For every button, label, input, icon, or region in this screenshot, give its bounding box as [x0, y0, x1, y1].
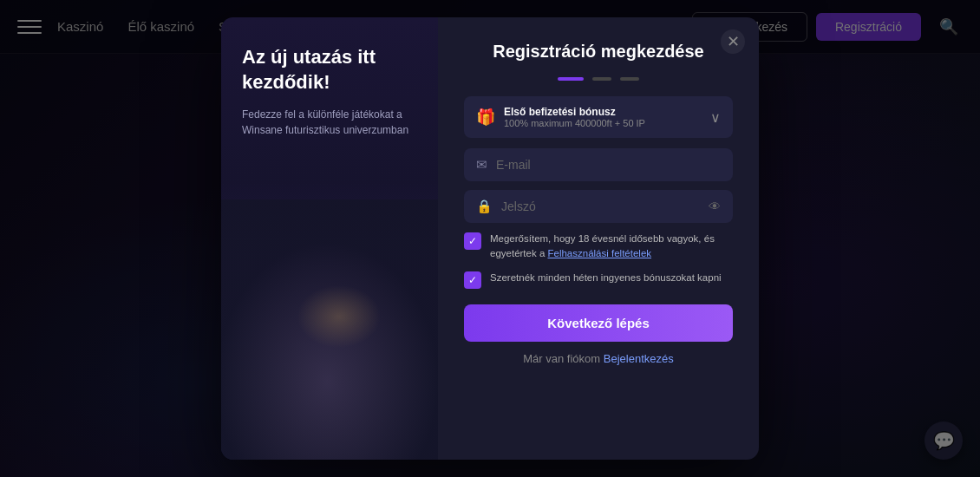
modal-left-panel: Az új utazás itt kezdődik! Fedezze fel a… [221, 17, 438, 460]
checkbox-age-text: Megerősítem, hogy 18 évesnél idősebb vag… [490, 232, 733, 262]
eye-icon[interactable]: 👁 [709, 199, 721, 213]
modal-hero-title: Az új utazás itt kezdődik! [242, 45, 417, 95]
modal-hero-subtitle: Fedezze fel a különféle játékokat a Wins… [242, 107, 417, 138]
bonus-sub-text: 100% maximum 400000ft + 50 IP [504, 118, 645, 128]
step-indicators [464, 77, 733, 81]
lock-icon: 🔒 [476, 199, 493, 214]
checkbox-age-confirm[interactable]: ✓ [464, 232, 481, 250]
checkbox-row-2: ✓ Szeretnék minden héten ingyenes bónusz… [464, 271, 733, 289]
password-field-container: 🔒 👁 [464, 190, 733, 223]
bonus-banner-left: 🎁 Első befizetési bónusz 100% maximum 40… [476, 106, 645, 128]
modal-heading: Regisztráció megkezdése [464, 42, 733, 62]
email-input[interactable] [496, 158, 721, 172]
checkmark-icon: ✓ [468, 235, 477, 247]
already-account-text: Már van fiókom Bejelentkezés [464, 352, 733, 365]
email-field-container: ✉ [464, 148, 733, 181]
next-step-button[interactable]: Következő lépés [464, 304, 733, 342]
password-input[interactable] [501, 199, 700, 213]
bonus-chevron-icon: ∨ [710, 109, 721, 126]
registration-modal: Az új utazás itt kezdődik! Fedezze fel a… [221, 17, 759, 460]
step-dot-2 [592, 77, 611, 81]
email-icon: ✉ [476, 157, 487, 173]
step-dot-1 [558, 77, 584, 81]
modal-close-button[interactable]: ✕ [721, 29, 745, 54]
terms-link[interactable]: Felhasználási feltételek [547, 248, 651, 258]
bonus-icon: 🎁 [476, 108, 495, 127]
checkmark-icon-2: ✓ [468, 274, 477, 286]
login-link[interactable]: Bejelentkezés [604, 352, 674, 365]
modal-right-panel: ✕ Regisztráció megkezdése 🎁 Első befizet… [438, 17, 759, 460]
checkbox-row-1: ✓ Megerősítem, hogy 18 évesnél idősebb v… [464, 232, 733, 262]
bonus-banner[interactable]: 🎁 Első befizetési bónusz 100% maximum 40… [464, 96, 733, 138]
bonus-main-text: Első befizetési bónusz [504, 106, 645, 118]
bonus-info: Első befizetési bónusz 100% maximum 4000… [504, 106, 645, 128]
checkbox2-text: Szeretnék minden héten ingyenes bónuszok… [490, 271, 722, 285]
already-text-label: Már van fiókom [523, 352, 603, 365]
checkbox-weekly-bonus[interactable]: ✓ [464, 271, 481, 289]
step-dot-3 [620, 77, 639, 81]
modal-hero-figure [221, 199, 442, 460]
